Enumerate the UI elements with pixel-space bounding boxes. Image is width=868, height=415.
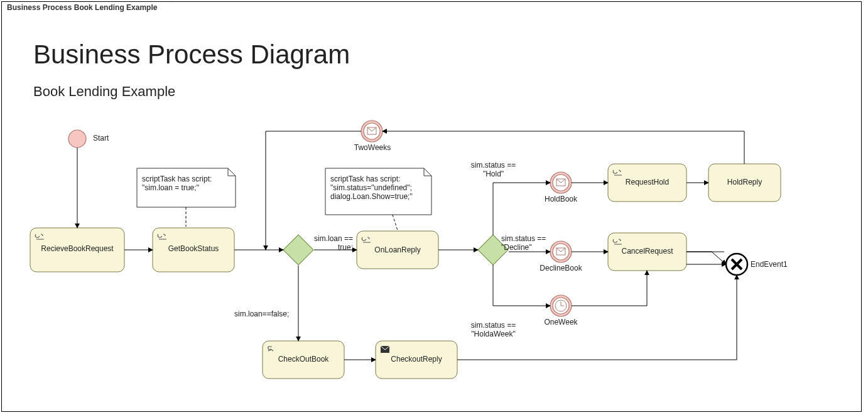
- cond-loan-true: sim.loan == true;: [314, 234, 353, 252]
- task-cancelrequest-label: CancelRequest: [614, 247, 680, 256]
- task-holdreply-label: HoldReply: [715, 178, 774, 186]
- note2-text: scriptTask has script: "sim.status="unde…: [330, 175, 413, 201]
- note1-text: scriptTask has script: "sim.loan = true;…: [142, 175, 212, 192]
- gateway-loan[interactable]: [283, 235, 313, 265]
- cond-hold: sim.status == "Hold": [467, 161, 520, 178]
- event-declinebook-label: DeclineBook: [537, 264, 585, 272]
- event-end-label: EndEvent1: [751, 260, 788, 269]
- task-requesthold-label: RequestHold: [614, 178, 680, 186]
- task-checkout-label: CheckOutBook: [269, 355, 338, 364]
- diagram-frame: Business Process Book Lending Example Bu…: [1, 1, 862, 412]
- event-oneweek-label: OneWeek: [542, 318, 580, 326]
- cond-loan-false: sim.loan==false;: [234, 310, 289, 318]
- event-two-weeks[interactable]: [361, 121, 382, 142]
- start-event[interactable]: [68, 130, 86, 148]
- cond-decline: sim.status == "Decline": [501, 234, 555, 252]
- end-event[interactable]: [726, 254, 747, 275]
- task-checkoutreply-label: CheckoutReply: [382, 355, 451, 364]
- event-one-week[interactable]: [550, 295, 572, 316]
- event-holdbook-label: HoldBook: [542, 195, 580, 203]
- task-getstatus-label: GetBookStatus: [159, 244, 228, 253]
- cond-holdaweek: sim.status == "HoldaWeek": [464, 321, 523, 338]
- event-hold-book[interactable]: [550, 172, 572, 193]
- task-onloan-label: OnLoanReply: [363, 245, 432, 254]
- start-label: Start: [93, 134, 109, 143]
- event-twoweeks-label: TwoWeeks: [354, 143, 391, 152]
- diagram-canvas: [2, 2, 862, 412]
- task-recieve-label: RecieveBookRequest: [36, 244, 118, 253]
